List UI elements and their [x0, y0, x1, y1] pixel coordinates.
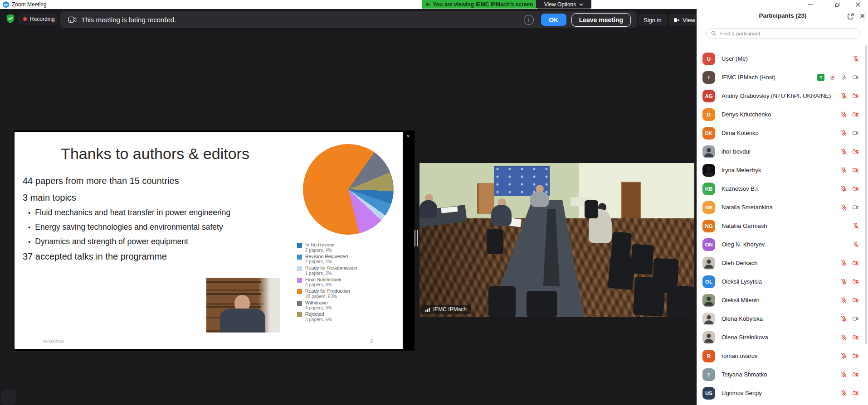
chair	[488, 286, 516, 317]
panel-scrollbar[interactable]	[865, 45, 867, 344]
viewing-screen-banner[interactable]: You are viewing IEMC IPMach's screen	[422, 0, 536, 9]
window-title: Zoom Meeting	[12, 1, 47, 8]
participant-row[interactable]: UUser (Me)	[697, 49, 866, 68]
view-button[interactable]: View	[669, 14, 700, 26]
participant-row[interactable]: Oleksii Milenin	[697, 291, 866, 309]
participant-name: Oleg N. Khoryev	[722, 241, 849, 248]
participant-row[interactable]: IIEMC IPMach (Host)	[697, 68, 866, 87]
participant-row[interactable]: AGAndriy Grabovskiy (NTU KhPI, UKRAINE)	[697, 87, 866, 105]
info-icon[interactable]: i	[524, 15, 534, 25]
participant-status-icons	[817, 74, 859, 81]
mic-on-icon	[840, 74, 847, 81]
participant-name: Oleh Derkach	[722, 260, 837, 266]
mic-muted-icon	[840, 352, 847, 360]
zoom-app-icon: zm	[3, 1, 9, 8]
restore-button[interactable]	[827, 0, 848, 9]
legend-swatch-icon	[297, 243, 302, 248]
participant-row[interactable]: TTetyana Shmatko	[697, 365, 866, 384]
cam-off-icon	[852, 148, 859, 155]
minimize-button[interactable]	[800, 0, 821, 9]
mic-muted-icon	[840, 278, 847, 285]
participant-row[interactable]: Oleh Derkach	[697, 254, 866, 272]
presentation-slide: Thanks to authors & editors 44 papers fr…	[15, 132, 403, 349]
search-input[interactable]	[719, 30, 855, 37]
leave-meeting-button[interactable]: Leave meeting	[571, 13, 631, 27]
participant-row[interactable]: Olena Strelnikova	[697, 328, 866, 347]
participant-row[interactable]: DKDima Kotenko	[697, 124, 866, 142]
participant-status-icons	[840, 315, 859, 323]
person-far-left	[419, 200, 437, 219]
participant-avatar: US	[702, 387, 715, 400]
mic-muted-icon	[840, 204, 847, 211]
participant-status-icons	[840, 278, 859, 285]
cam-on-icon	[852, 130, 859, 136]
participant-status-icons	[840, 167, 859, 174]
participant-status-icons	[840, 130, 859, 137]
bullet-icon: •	[28, 208, 30, 217]
participant-avatar: KB	[702, 183, 715, 195]
cam-off-icon	[852, 390, 859, 396]
popout-panel-icon[interactable]	[847, 13, 854, 22]
cam-on-icon	[852, 315, 859, 322]
participant-name: Kuznetsov B.I.	[722, 185, 837, 192]
cam-off-icon	[852, 352, 859, 359]
legend-label: Revision Requested	[305, 254, 348, 260]
legend-swatch-icon	[297, 255, 302, 260]
participant-photo-avatar	[702, 145, 715, 158]
legend-value: 2 papers, 4%	[305, 259, 348, 265]
sign-in-button[interactable]: Sign in	[638, 14, 667, 26]
floating-controls-fragment[interactable]	[1, 390, 16, 405]
close-panel-icon[interactable]: ✕	[859, 12, 865, 20]
participant-row[interactable]: ihor bovdui	[697, 142, 866, 161]
mic-muted-icon	[840, 148, 847, 155]
participant-avatar: I	[702, 71, 715, 84]
panel-splitter-handle[interactable]	[414, 230, 418, 246]
slide-line-papers: 44 papers from more than 15 countries	[23, 176, 179, 186]
room-podium	[477, 183, 494, 214]
participant-row[interactable]: ONOleg N. Khoryev	[697, 235, 866, 254]
legend-item: Withdrawn4 papers, 9%	[297, 300, 397, 311]
legend-label: Ready for Production	[305, 289, 350, 294]
cam-on-icon	[852, 204, 859, 211]
paper-status-pie-chart	[303, 144, 394, 235]
participant-row[interactable]: NSNatalia Smetankina	[697, 198, 866, 217]
legend-value: 4 papers, 9%	[305, 282, 341, 288]
participant-status-icons	[853, 55, 859, 63]
participant-row[interactable]: Iryna Melezhyk	[697, 161, 866, 179]
participant-row[interactable]: USUgrimov Sergiy	[697, 384, 866, 402]
legend-value: 2 papers, 4%	[305, 248, 334, 253]
legend-label: Rejected	[305, 312, 332, 317]
ok-button[interactable]: OK	[541, 14, 566, 26]
recording-notification-bar: This meeting is being recorded. i OK Lea…	[60, 11, 637, 28]
participant-status-icons	[853, 222, 859, 230]
participant-status-icons	[840, 92, 859, 100]
cam-off-icon	[852, 371, 859, 378]
legend-label: Withdrawn	[305, 300, 332, 306]
participant-name: Olena Strelnikova	[722, 334, 837, 341]
participant-row[interactable]: KBKuznetsov B.I.	[697, 179, 866, 198]
view-options-button[interactable]: View Options	[536, 0, 591, 9]
mic-muted-icon	[840, 334, 847, 341]
close-window-button[interactable]	[848, 0, 868, 9]
participant-row[interactable]: Olena Kobylska	[697, 309, 866, 328]
close-slide-icon[interactable]: ×	[403, 133, 414, 141]
participant-avatar: D	[702, 108, 715, 121]
mic-muted-icon	[840, 167, 847, 174]
participant-avatar: DK	[702, 127, 715, 140]
participant-row[interactable]: Rroman.uvarov	[697, 347, 866, 365]
recording-badge[interactable]: Recording	[18, 13, 57, 25]
legend-label: Ready for Resubmission	[305, 265, 357, 271]
room-video-tile: IEMC IPMach	[419, 163, 694, 317]
legend-label: In Re-Review	[305, 242, 334, 248]
participant-avatar: NG	[702, 220, 715, 232]
participant-search[interactable]	[706, 28, 860, 39]
cam-off-icon	[852, 185, 859, 192]
participant-row[interactable]: NGNataliia Garmash	[697, 217, 866, 235]
chevron-down-icon	[579, 3, 583, 6]
security-shield-icon[interactable]	[6, 14, 15, 25]
slide-bullet: •Fluid mechanics and heat transfer in po…	[28, 208, 230, 217]
participant-row[interactable]: DDenys Kriutchenko	[697, 105, 866, 124]
legend-swatch-icon	[297, 289, 302, 294]
participant-row[interactable]: OLOleksii Lysytsia	[697, 272, 866, 291]
cam-off-icon	[852, 334, 859, 341]
